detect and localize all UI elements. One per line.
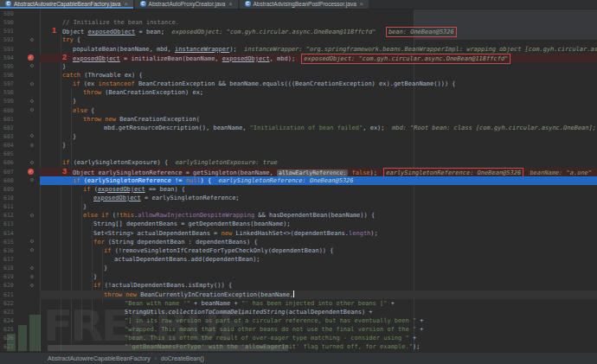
fold-marker-icon[interactable] (30, 108, 34, 112)
line-number[interactable]: 589 (3, 10, 14, 18)
fold-marker-icon[interactable] (30, 178, 34, 182)
line-number[interactable]: 610 (3, 194, 14, 202)
code-line[interactable]: 624"] in its raw version as part of a ci… (0, 316, 597, 325)
code-line[interactable]: 610exposedObject = earlySingletonReferen… (0, 194, 597, 202)
line-number[interactable]: 612 (3, 211, 14, 220)
line-number[interactable]: 605 (3, 150, 14, 158)
code-line[interactable]: 600else { (0, 106, 597, 115)
line-number[interactable]: 616 (3, 246, 14, 255)
line-number[interactable]: 601 (3, 115, 14, 124)
line-number[interactable]: 627 (3, 342, 14, 351)
code-line[interactable]: 622"Bean with name '" + beanName + "' ha… (0, 299, 597, 308)
code-line[interactable]: 614Set<String> actualDependentBeans = ne… (0, 229, 597, 238)
code-line[interactable]: 605 (0, 150, 597, 158)
code-line[interactable]: 603} (0, 132, 597, 141)
close-icon[interactable]: × (228, 1, 232, 7)
line-number[interactable]: 595 (3, 62, 14, 71)
breakpoint-icon[interactable]: ✓ (28, 54, 34, 61)
fold-marker-icon[interactable] (30, 284, 34, 287)
line-number[interactable]: 620 (3, 281, 14, 290)
code-line[interactable]: 590// Initialize the bean instance. (0, 18, 597, 27)
fold-marker-icon[interactable] (30, 248, 34, 252)
editor-tab-1[interactable]: CAbstractAutoProxyCreator.java× (135, 0, 238, 9)
line-number[interactable]: 624 (3, 316, 14, 325)
line-number[interactable]: 593 (3, 45, 14, 54)
close-icon[interactable]: × (124, 1, 127, 7)
fold-marker-icon[interactable] (30, 239, 34, 243)
code-line[interactable]: 589 (0, 10, 597, 18)
line-number[interactable]: 613 (3, 220, 14, 228)
line-number[interactable]: 591 (3, 27, 14, 35)
line-number[interactable]: 618 (3, 264, 14, 272)
fold-marker-icon[interactable] (30, 82, 34, 86)
line-number[interactable]: 607 (3, 168, 14, 176)
code-line[interactable]: 602mbd.getResourceDescription(), beanNam… (0, 124, 597, 132)
line-number[interactable]: 622 (3, 299, 14, 308)
line-number[interactable]: 592 (3, 35, 14, 44)
breadcrumb-item[interactable]: doCreateBean() (161, 355, 204, 361)
line-number[interactable]: 619 (3, 272, 14, 281)
code-line[interactable]: 5911Object exposedObject = bean; exposed… (0, 27, 597, 35)
line-number[interactable]: 615 (3, 238, 14, 246)
fold-marker-icon[interactable] (30, 214, 34, 217)
code-line[interactable]: 621throw new BeanCurrentlyInCreationExce… (0, 291, 597, 299)
line-number[interactable]: 596 (3, 71, 14, 80)
code-line[interactable]: 599} (0, 97, 597, 105)
code-line[interactable]: 615for (String dependentBean : dependent… (0, 238, 597, 246)
code-line[interactable]: 598throw (BeanCreationException) ex; (0, 88, 597, 97)
line-number[interactable]: 600 (3, 106, 14, 115)
line-number[interactable]: 621 (3, 291, 14, 299)
code-line[interactable]: 595} (0, 62, 597, 71)
line-number[interactable]: 594 (3, 54, 14, 62)
code-line[interactable]: 619} (0, 272, 597, 281)
code-line[interactable]: 612else if (!this.allowRawInjectionDespi… (0, 211, 597, 220)
fold-marker-icon[interactable] (30, 64, 34, 67)
fold-marker-icon[interactable] (30, 38, 34, 42)
fold-marker-icon[interactable] (30, 99, 34, 103)
line-number[interactable]: 623 (3, 308, 14, 316)
code-line[interactable]: 626"bean. This is often the result of ov… (0, 334, 597, 342)
code-line[interactable]: 601throw new BeanCreationException( (0, 115, 597, 124)
code-line[interactable]: 594✓2exposedObject = initializeBean(bean… (0, 54, 597, 62)
code-line[interactable]: 625"wrapped. This means that said other … (0, 325, 597, 334)
line-number[interactable]: 598 (3, 88, 14, 97)
code-line[interactable]: 592try { (0, 35, 597, 44)
code-line[interactable]: 593populateBean(beanName, mbd, instanceW… (0, 45, 597, 54)
line-number[interactable]: 597 (3, 80, 14, 88)
line-number[interactable]: 606 (3, 158, 14, 167)
editor-tab-2[interactable]: CAbstractAdvisingBeanPostProcessor.java× (240, 0, 369, 9)
code-line[interactable]: 608if (earlySingletonReference != null) … (0, 176, 597, 185)
line-number[interactable]: 614 (3, 229, 14, 238)
breadcrumb-item[interactable]: AbstractAutowireCapableBeanFactory (48, 355, 151, 361)
code-line[interactable]: 604} (0, 141, 597, 150)
line-number[interactable]: 603 (3, 132, 14, 141)
code-editor[interactable]: 589590// Initialize the bean instance.59… (0, 10, 597, 352)
line-number[interactable]: 626 (3, 334, 14, 342)
line-number[interactable]: 609 (3, 185, 14, 194)
code-line[interactable]: 623StringUtils.collectionToCommaDelimite… (0, 308, 597, 316)
line-number[interactable]: 590 (3, 18, 14, 27)
line-number[interactable]: 608 (3, 176, 14, 185)
fold-marker-icon[interactable] (30, 134, 34, 137)
line-number[interactable]: 602 (3, 124, 14, 132)
breakpoint-icon[interactable]: ✓ (28, 169, 34, 175)
code-line[interactable]: 606if (earlySingletonExposure) { earlySi… (0, 158, 597, 167)
code-line[interactable]: 611} (0, 202, 597, 211)
fold-marker-icon[interactable] (30, 266, 34, 270)
line-number[interactable]: 625 (3, 325, 14, 334)
code-line[interactable]: 596catch (Throwable ex) { (0, 71, 597, 80)
code-line[interactable]: 618} (0, 264, 597, 272)
editor-tab-0[interactable]: CAbstractAutowireCapableBeanFactory.java… (0, 0, 133, 9)
code-line[interactable]: 616if (!removeSingletonIfCreatedForTypeC… (0, 246, 597, 255)
code-line[interactable]: 597if (ex instanceof BeanCreationExcepti… (0, 80, 597, 88)
line-number[interactable]: 611 (3, 202, 14, 211)
fold-marker-icon[interactable] (30, 161, 34, 164)
code-line[interactable]: 607✓3Object earlySingletonReference = ge… (0, 168, 597, 176)
code-line[interactable]: 620if (!actualDependentBeans.isEmpty()) … (0, 281, 597, 290)
line-number[interactable]: 617 (3, 255, 14, 264)
fold-marker-icon[interactable] (30, 275, 34, 278)
code-line[interactable]: 627"'getBeanNamesForType' with the 'allo… (0, 342, 597, 351)
close-icon[interactable]: × (360, 1, 363, 7)
fold-marker-icon[interactable] (30, 144, 34, 147)
line-number[interactable]: 604 (3, 141, 14, 150)
